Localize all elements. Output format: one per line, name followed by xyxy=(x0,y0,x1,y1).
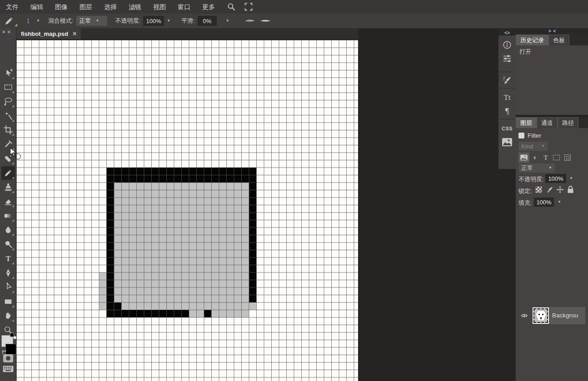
canvas[interactable] xyxy=(16,40,358,381)
filter-type-smart-object[interactable] xyxy=(562,153,573,163)
css-panel-button[interactable]: CSS xyxy=(498,122,516,135)
tool-path-select[interactable] xyxy=(1,280,15,294)
filter-type-adjustment[interactable]: ◐ xyxy=(530,153,541,163)
layer-thumbnail[interactable] xyxy=(533,308,548,323)
history-entry[interactable]: 打开 xyxy=(516,47,588,57)
fill-input[interactable]: 100% xyxy=(534,198,554,207)
art-pixel xyxy=(226,310,234,317)
strip-collapse-bar[interactable]: <> xyxy=(498,28,516,35)
smoothing-input[interactable]: 0% xyxy=(198,16,217,26)
art-pixel xyxy=(189,287,197,295)
tool-lasso[interactable] xyxy=(1,94,15,108)
tool-pencil[interactable] xyxy=(1,166,15,180)
layer-opacity-caret[interactable]: ▼ xyxy=(569,177,573,180)
art-pixel xyxy=(144,257,152,265)
quick-mask-button[interactable] xyxy=(3,354,13,362)
pressure-size-icon[interactable] xyxy=(244,18,256,24)
art-pixel xyxy=(144,213,152,220)
lock-all-icon[interactable] xyxy=(567,185,574,193)
art-pixel xyxy=(189,228,197,235)
art-pixel xyxy=(196,272,204,280)
art-pixel xyxy=(196,198,204,205)
close-icon[interactable]: × xyxy=(73,30,76,37)
menu-item-9[interactable]: 更多 xyxy=(196,0,221,14)
lock-position-move-icon[interactable] xyxy=(556,186,564,193)
image-panel-button[interactable] xyxy=(498,135,516,149)
kind-select[interactable]: Kind ▼ xyxy=(518,142,548,151)
menu-item-5[interactable]: 选择 xyxy=(98,0,123,14)
tool-gradient[interactable] xyxy=(1,209,15,223)
history-panel-tab-2[interactable]: 色板 xyxy=(548,35,569,45)
search-button[interactable] xyxy=(224,0,238,14)
art-pixel xyxy=(99,190,107,198)
filter-type-image[interactable] xyxy=(518,153,529,163)
blend-mode-select[interactable]: 正常 ▼ xyxy=(76,16,107,26)
menu-item-2[interactable]: 编辑 xyxy=(25,0,49,14)
active-tool-button[interactable] xyxy=(3,15,18,27)
brush-size-preview[interactable]: 1 xyxy=(24,18,33,24)
tool-type[interactable]: T xyxy=(1,252,15,265)
menu-item-8[interactable]: 窗口 xyxy=(172,0,196,14)
layer-blend-select[interactable]: 正常 ▼ xyxy=(518,163,555,173)
filter-type-shape[interactable] xyxy=(551,153,562,163)
layers-panel-tab-3[interactable]: 路径 xyxy=(558,117,578,128)
art-pixel xyxy=(181,250,189,257)
art-pixel xyxy=(144,198,152,205)
fill-caret[interactable]: ▼ xyxy=(558,200,561,204)
art-pixel xyxy=(136,272,144,280)
layers-panel-tab-1[interactable]: 图层 xyxy=(516,117,537,128)
tool-magic-wand[interactable] xyxy=(1,109,15,123)
art-pixel xyxy=(211,295,219,302)
layer-visibility-cell[interactable] xyxy=(516,307,533,324)
art-pixel xyxy=(196,265,204,272)
lock-transparency-icon[interactable] xyxy=(535,186,542,193)
art-pixel xyxy=(151,302,159,310)
art-pixel xyxy=(226,228,234,235)
tool-hand[interactable] xyxy=(1,309,15,322)
menu-item-3[interactable]: 图像 xyxy=(49,0,74,14)
art-pixel xyxy=(241,220,249,228)
art-pixel xyxy=(234,235,242,242)
menu-item-6[interactable]: 滤镜 xyxy=(123,0,147,14)
tool-crop[interactable] xyxy=(1,123,15,137)
opacity-input[interactable]: 100% xyxy=(143,16,164,26)
tool-move[interactable] xyxy=(1,66,15,80)
tool-shape[interactable] xyxy=(1,295,15,308)
layer-row[interactable]: Background xyxy=(516,307,585,324)
layers-panel-tab-2[interactable]: 通道 xyxy=(537,117,558,128)
art-pixel xyxy=(129,287,137,295)
panel-collapse-bar[interactable]: > < xyxy=(516,28,588,35)
smoothing-slider-caret[interactable]: ▼ xyxy=(223,16,232,26)
tool-pen[interactable] xyxy=(1,266,15,280)
tool-marquee[interactable] xyxy=(1,80,15,94)
art-pixel xyxy=(99,205,107,213)
fullscreen-button[interactable] xyxy=(242,0,255,14)
tool-dodge[interactable] xyxy=(1,238,15,251)
art-pixel xyxy=(136,190,144,198)
menu-item-4[interactable]: 图层 xyxy=(74,0,98,14)
tool-eraser[interactable] xyxy=(1,194,15,208)
menu-item-7[interactable]: 视图 xyxy=(147,0,172,14)
history-panel-tab-1[interactable]: 历史记录 xyxy=(516,35,548,45)
lock-pixels-brush-icon[interactable] xyxy=(546,186,553,193)
character-panel-button[interactable]: Tt xyxy=(498,91,516,104)
tool-blur[interactable] xyxy=(1,223,15,237)
art-pixel xyxy=(106,257,114,265)
filter-type-text[interactable]: T xyxy=(540,153,551,163)
document-tab[interactable]: fishbot_map.psd × xyxy=(16,28,81,39)
adjustments-panel-button[interactable] xyxy=(498,52,516,65)
paragraph-panel-button[interactable]: ¶ xyxy=(498,104,516,118)
menu-item-1[interactable]: 文件 xyxy=(0,0,25,14)
info-panel-button[interactable] xyxy=(498,38,516,52)
art-pixel xyxy=(151,242,159,250)
pressure-opacity-icon[interactable] xyxy=(259,18,271,24)
opacity-slider-caret[interactable]: ▼ xyxy=(164,16,173,26)
keyboard-shortcuts-button[interactable] xyxy=(3,366,14,372)
toolbar-collapse-button[interactable]: > < xyxy=(2,29,11,35)
brush-settings-panel-button[interactable] xyxy=(498,74,516,87)
filter-checkbox[interactable] xyxy=(518,133,524,139)
art-pixel xyxy=(256,175,264,183)
layer-opacity-input[interactable]: 100% xyxy=(545,174,566,183)
tool-clone-stamp[interactable] xyxy=(1,180,15,194)
brush-picker-caret[interactable]: ▼ xyxy=(36,19,40,23)
